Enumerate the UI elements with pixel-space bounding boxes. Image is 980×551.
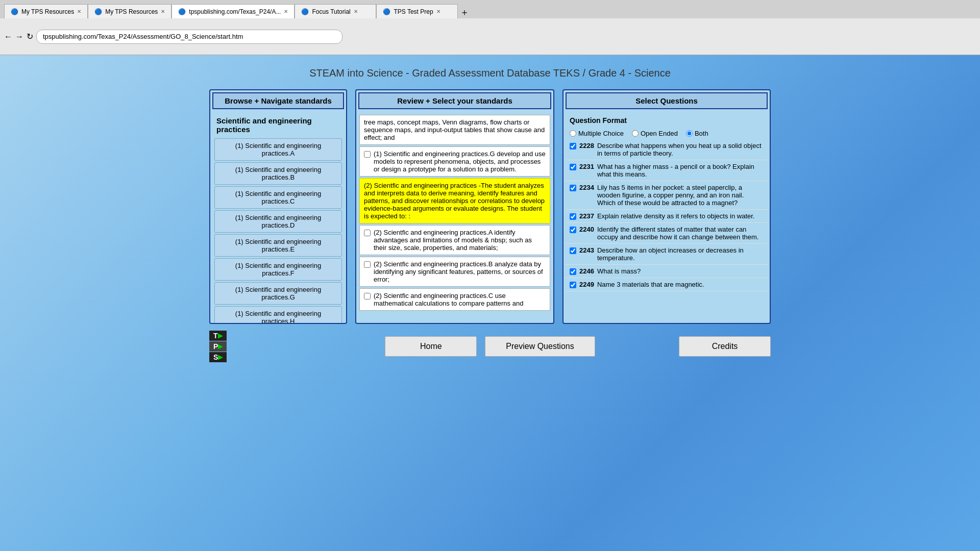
tab-1[interactable]: 🔵 My TPS Resources ✕ (4, 4, 88, 18)
tab-4[interactable]: 🔵 Focus Tutorial ✕ (295, 4, 376, 18)
home-button[interactable]: Home (385, 336, 477, 357)
tab-5[interactable]: 🔵 TPS Test Prep ✕ (376, 4, 458, 18)
browser-tabs: 🔵 My TPS Resources ✕ 🔵 My TPS Resources … (0, 0, 980, 18)
question-number-6: 2246 (579, 267, 594, 275)
middle-item-5: (2) Scientfic and engineering practices.… (359, 288, 550, 311)
forward-button[interactable]: → (15, 32, 23, 41)
question-item-1: 2231 What has a higher mass - a pencil o… (566, 160, 768, 181)
tab-close-3[interactable]: ✕ (284, 9, 288, 14)
left-item-3[interactable]: (1) Scientific and engineering practices… (214, 210, 342, 233)
middle-item-1: (1) Scientific and engineering practices… (359, 146, 550, 177)
back-button[interactable]: ← (4, 32, 12, 41)
tab-label-2: My TPS Resources (105, 8, 158, 15)
question-number-2: 2234 (579, 184, 594, 191)
panel-browse-content: Scientific and engineering practices (1)… (210, 111, 346, 323)
page-title: STEAM into Science - Graded Assessment D… (309, 67, 671, 79)
middle-checkbox-1[interactable] (364, 151, 371, 158)
tab-favicon-3: 🔵 (178, 8, 186, 15)
left-item-0[interactable]: (1) Scientific and engineering practices… (214, 138, 342, 161)
tab-close-2[interactable]: ✕ (161, 9, 165, 14)
middle-checkbox-4[interactable] (364, 261, 371, 268)
middle-item-text-3: (2) Scientfic and engineering practices.… (374, 229, 546, 252)
question-checkbox-4[interactable] (570, 227, 576, 233)
radio-multiple-choice[interactable]: Multiple Choice (570, 130, 624, 137)
logo-arrow-t: ▶ (218, 332, 223, 339)
tab-3[interactable]: 🔵 tpspublishing.com/Texas_P24/A... ✕ (172, 4, 295, 18)
tab-close-5[interactable]: ✕ (436, 9, 440, 14)
tab-favicon-2: 🔵 (94, 8, 102, 15)
radio-both[interactable]: Both (686, 130, 708, 137)
preview-questions-button[interactable]: Preview Questions (485, 336, 595, 357)
tab-favicon-1: 🔵 (11, 8, 18, 15)
question-item-5: 2243 Describe how an object increases or… (566, 244, 768, 265)
middle-item-text-4: (2) Scientfic and engineering practices.… (374, 260, 546, 283)
logo-p: P ▶ (209, 341, 227, 352)
question-item-3: 2237 Explain relative density as it refe… (566, 210, 768, 223)
radio-mc-label: Multiple Choice (578, 130, 624, 137)
question-text-4: Identify the different states of matter … (597, 226, 764, 241)
left-item-7[interactable]: (1) Scientific and engineering practices… (214, 306, 342, 323)
address-bar[interactable] (36, 30, 342, 44)
question-item-6: 2246 What is mass? (566, 265, 768, 278)
radio-oe-label: Open Ended (641, 130, 678, 137)
credits-button[interactable]: Credits (679, 336, 771, 357)
radio-both-input[interactable] (686, 130, 693, 137)
tab-close-1[interactable]: ✕ (77, 9, 81, 14)
center-buttons: Home Preview Questions (385, 336, 595, 357)
question-number-1: 2231 (579, 163, 594, 170)
new-tab-button[interactable]: ＋ (460, 6, 469, 18)
middle-checkbox-3[interactable] (364, 230, 371, 236)
question-checkbox-2[interactable] (570, 185, 576, 191)
question-number-3: 2237 (579, 212, 594, 220)
panel-select: Select Questions Question Format Multipl… (562, 89, 771, 324)
question-checkbox-6[interactable] (570, 268, 576, 275)
panel-review: Review + Select your standards tree maps… (355, 89, 554, 324)
panel-review-header: Review + Select your standards (358, 92, 551, 109)
question-checkbox-7[interactable] (570, 282, 576, 288)
credits-container: Credits (679, 336, 771, 357)
question-number-4: 2240 (579, 226, 594, 233)
left-item-5[interactable]: (1) Scientific and engineering practices… (214, 258, 342, 281)
middle-item-text-1: (1) Scientific and engineering practices… (374, 150, 546, 173)
tab-favicon-4: 🔵 (301, 8, 309, 15)
left-item-2[interactable]: (1) Scientific and engineering practices… (214, 186, 342, 209)
question-item-4: 2240 Identify the different states of ma… (566, 223, 768, 244)
tab-favicon-5: 🔵 (383, 8, 390, 15)
logo-arrow-p: ▶ (218, 343, 223, 350)
left-item-4[interactable]: (1) Scientific and engineering practices… (214, 234, 342, 257)
middle-item-text-5: (2) Scientfic and engineering practices.… (374, 292, 546, 307)
tab-label-4: Focus Tutorial (312, 8, 350, 15)
question-number-0: 2228 (579, 142, 594, 149)
middle-checkbox-5[interactable] (364, 293, 371, 299)
question-checkbox-0[interactable] (570, 143, 576, 149)
tab-label-3: tpspublishing.com/Texas_P24/A... (189, 8, 281, 15)
tab-label-5: TPS Test Prep (394, 8, 433, 15)
left-section-title: Scientific and engineering practices (212, 113, 344, 137)
panel-browse-header: Browse + Navigate standards (212, 92, 344, 109)
question-text-0: Describe what happens when you heat up a… (597, 142, 764, 157)
question-checkbox-3[interactable] (570, 213, 576, 220)
radio-open-ended[interactable]: Open Ended (632, 130, 678, 137)
question-text-7: Name 3 materials that are magnetic. (597, 281, 704, 288)
panel-review-content: tree maps, concept maps, Venn diagrams, … (356, 111, 553, 323)
left-item-6[interactable]: (1) Scientific and engineering practices… (214, 282, 342, 305)
tab-close-4[interactable]: ✕ (354, 9, 358, 14)
question-checkbox-1[interactable] (570, 164, 576, 170)
panel-browse: Browse + Navigate standards Scientific a… (209, 89, 347, 324)
logo-s: S ▶ (209, 352, 227, 362)
radio-oe-input[interactable] (632, 130, 639, 137)
panel-select-content: Question Format Multiple Choice Open End… (564, 111, 770, 323)
question-checkbox-5[interactable] (570, 247, 576, 254)
question-text-6: What is mass? (597, 267, 641, 275)
radio-both-label: Both (695, 130, 708, 137)
middle-item-0: tree maps, concept maps, Venn diagrams, … (359, 115, 550, 145)
logo-arrow-s: ▶ (218, 354, 223, 361)
question-text-1: What has a higher mass - a pencil or a b… (597, 163, 764, 178)
refresh-button[interactable]: ↻ (27, 32, 33, 41)
middle-item-text-2: (2) Scientfic and engineering practices … (364, 182, 546, 220)
tab-2[interactable]: 🔵 My TPS Resources ✕ (88, 4, 172, 18)
tab-label-1: My TPS Resources (21, 8, 74, 15)
radio-mc-input[interactable] (570, 130, 576, 137)
left-item-1[interactable]: (1) Scientific and engineering practices… (214, 162, 342, 185)
panels-container: Browse + Navigate standards Scientific a… (209, 89, 771, 324)
